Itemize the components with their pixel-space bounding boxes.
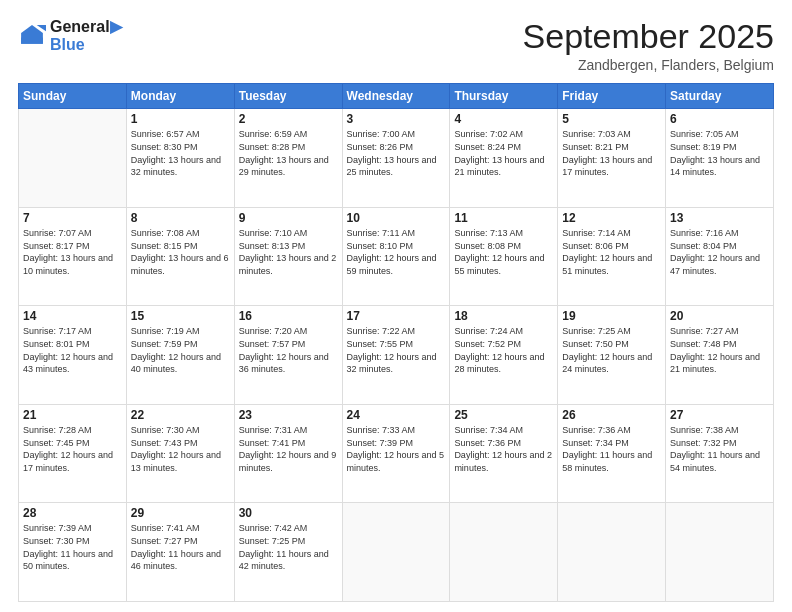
cell-text: Sunrise: 7:05 AMSunset: 8:19 PMDaylight:… xyxy=(670,128,769,178)
table-row: 26Sunrise: 7:36 AMSunset: 7:34 PMDayligh… xyxy=(558,404,666,503)
cell-text: Sunrise: 7:42 AMSunset: 7:25 PMDaylight:… xyxy=(239,522,338,572)
cell-text: Sunrise: 7:41 AMSunset: 7:27 PMDaylight:… xyxy=(131,522,230,572)
cell-text: Sunrise: 7:24 AMSunset: 7:52 PMDaylight:… xyxy=(454,325,553,375)
day-number: 1 xyxy=(131,112,230,126)
calendar-week-row: 7Sunrise: 7:07 AMSunset: 8:17 PMDaylight… xyxy=(19,207,774,306)
table-row xyxy=(666,503,774,602)
calendar-header-row: Sunday Monday Tuesday Wednesday Thursday… xyxy=(19,84,774,109)
day-number: 17 xyxy=(347,309,446,323)
cell-text: Sunrise: 7:22 AMSunset: 7:55 PMDaylight:… xyxy=(347,325,446,375)
table-row: 27Sunrise: 7:38 AMSunset: 7:32 PMDayligh… xyxy=(666,404,774,503)
table-row: 5Sunrise: 7:03 AMSunset: 8:21 PMDaylight… xyxy=(558,109,666,208)
table-row: 4Sunrise: 7:02 AMSunset: 8:24 PMDaylight… xyxy=(450,109,558,208)
day-number: 21 xyxy=(23,408,122,422)
cell-text: Sunrise: 7:16 AMSunset: 8:04 PMDaylight:… xyxy=(670,227,769,277)
table-row: 10Sunrise: 7:11 AMSunset: 8:10 PMDayligh… xyxy=(342,207,450,306)
table-row: 19Sunrise: 7:25 AMSunset: 7:50 PMDayligh… xyxy=(558,306,666,405)
title-block: September 2025 Zandbergen, Flanders, Bel… xyxy=(523,18,774,73)
cell-text: Sunrise: 7:36 AMSunset: 7:34 PMDaylight:… xyxy=(562,424,661,474)
cell-text: Sunrise: 7:38 AMSunset: 7:32 PMDaylight:… xyxy=(670,424,769,474)
day-number: 30 xyxy=(239,506,338,520)
day-number: 12 xyxy=(562,211,661,225)
table-row: 24Sunrise: 7:33 AMSunset: 7:39 PMDayligh… xyxy=(342,404,450,503)
logo-text: General▶ Blue xyxy=(50,18,122,53)
col-wednesday: Wednesday xyxy=(342,84,450,109)
day-number: 14 xyxy=(23,309,122,323)
table-row xyxy=(19,109,127,208)
calendar-week-row: 14Sunrise: 7:17 AMSunset: 8:01 PMDayligh… xyxy=(19,306,774,405)
cell-text: Sunrise: 6:59 AMSunset: 8:28 PMDaylight:… xyxy=(239,128,338,178)
day-number: 13 xyxy=(670,211,769,225)
col-tuesday: Tuesday xyxy=(234,84,342,109)
day-number: 26 xyxy=(562,408,661,422)
col-monday: Monday xyxy=(126,84,234,109)
table-row: 7Sunrise: 7:07 AMSunset: 8:17 PMDaylight… xyxy=(19,207,127,306)
table-row: 22Sunrise: 7:30 AMSunset: 7:43 PMDayligh… xyxy=(126,404,234,503)
table-row: 25Sunrise: 7:34 AMSunset: 7:36 PMDayligh… xyxy=(450,404,558,503)
table-row: 1Sunrise: 6:57 AMSunset: 8:30 PMDaylight… xyxy=(126,109,234,208)
cell-text: Sunrise: 7:30 AMSunset: 7:43 PMDaylight:… xyxy=(131,424,230,474)
table-row xyxy=(450,503,558,602)
day-number: 3 xyxy=(347,112,446,126)
day-number: 22 xyxy=(131,408,230,422)
cell-text: Sunrise: 7:31 AMSunset: 7:41 PMDaylight:… xyxy=(239,424,338,474)
table-row: 17Sunrise: 7:22 AMSunset: 7:55 PMDayligh… xyxy=(342,306,450,405)
logo: General▶ Blue xyxy=(18,18,122,53)
cell-text: Sunrise: 6:57 AMSunset: 8:30 PMDaylight:… xyxy=(131,128,230,178)
cell-text: Sunrise: 7:25 AMSunset: 7:50 PMDaylight:… xyxy=(562,325,661,375)
day-number: 4 xyxy=(454,112,553,126)
day-number: 18 xyxy=(454,309,553,323)
col-saturday: Saturday xyxy=(666,84,774,109)
table-row: 28Sunrise: 7:39 AMSunset: 7:30 PMDayligh… xyxy=(19,503,127,602)
table-row: 21Sunrise: 7:28 AMSunset: 7:45 PMDayligh… xyxy=(19,404,127,503)
cell-text: Sunrise: 7:14 AMSunset: 8:06 PMDaylight:… xyxy=(562,227,661,277)
cell-text: Sunrise: 7:00 AMSunset: 8:26 PMDaylight:… xyxy=(347,128,446,178)
calendar-week-row: 21Sunrise: 7:28 AMSunset: 7:45 PMDayligh… xyxy=(19,404,774,503)
table-row: 20Sunrise: 7:27 AMSunset: 7:48 PMDayligh… xyxy=(666,306,774,405)
day-number: 27 xyxy=(670,408,769,422)
day-number: 5 xyxy=(562,112,661,126)
page: General▶ Blue September 2025 Zandbergen,… xyxy=(0,0,792,612)
table-row: 16Sunrise: 7:20 AMSunset: 7:57 PMDayligh… xyxy=(234,306,342,405)
table-row: 11Sunrise: 7:13 AMSunset: 8:08 PMDayligh… xyxy=(450,207,558,306)
day-number: 20 xyxy=(670,309,769,323)
table-row: 9Sunrise: 7:10 AMSunset: 8:13 PMDaylight… xyxy=(234,207,342,306)
day-number: 8 xyxy=(131,211,230,225)
table-row: 15Sunrise: 7:19 AMSunset: 7:59 PMDayligh… xyxy=(126,306,234,405)
cell-text: Sunrise: 7:07 AMSunset: 8:17 PMDaylight:… xyxy=(23,227,122,277)
calendar-table: Sunday Monday Tuesday Wednesday Thursday… xyxy=(18,83,774,602)
table-row: 12Sunrise: 7:14 AMSunset: 8:06 PMDayligh… xyxy=(558,207,666,306)
table-row: 2Sunrise: 6:59 AMSunset: 8:28 PMDaylight… xyxy=(234,109,342,208)
cell-text: Sunrise: 7:34 AMSunset: 7:36 PMDaylight:… xyxy=(454,424,553,474)
cell-text: Sunrise: 7:03 AMSunset: 8:21 PMDaylight:… xyxy=(562,128,661,178)
day-number: 6 xyxy=(670,112,769,126)
main-title: September 2025 xyxy=(523,18,774,55)
day-number: 28 xyxy=(23,506,122,520)
header: General▶ Blue September 2025 Zandbergen,… xyxy=(18,18,774,73)
day-number: 2 xyxy=(239,112,338,126)
table-row: 13Sunrise: 7:16 AMSunset: 8:04 PMDayligh… xyxy=(666,207,774,306)
table-row: 6Sunrise: 7:05 AMSunset: 8:19 PMDaylight… xyxy=(666,109,774,208)
table-row: 23Sunrise: 7:31 AMSunset: 7:41 PMDayligh… xyxy=(234,404,342,503)
day-number: 29 xyxy=(131,506,230,520)
calendar-week-row: 28Sunrise: 7:39 AMSunset: 7:30 PMDayligh… xyxy=(19,503,774,602)
col-thursday: Thursday xyxy=(450,84,558,109)
cell-text: Sunrise: 7:33 AMSunset: 7:39 PMDaylight:… xyxy=(347,424,446,474)
col-friday: Friday xyxy=(558,84,666,109)
cell-text: Sunrise: 7:10 AMSunset: 8:13 PMDaylight:… xyxy=(239,227,338,277)
cell-text: Sunrise: 7:08 AMSunset: 8:15 PMDaylight:… xyxy=(131,227,230,277)
table-row xyxy=(558,503,666,602)
day-number: 19 xyxy=(562,309,661,323)
cell-text: Sunrise: 7:19 AMSunset: 7:59 PMDaylight:… xyxy=(131,325,230,375)
day-number: 11 xyxy=(454,211,553,225)
cell-text: Sunrise: 7:13 AMSunset: 8:08 PMDaylight:… xyxy=(454,227,553,277)
cell-text: Sunrise: 7:17 AMSunset: 8:01 PMDaylight:… xyxy=(23,325,122,375)
table-row: 14Sunrise: 7:17 AMSunset: 8:01 PMDayligh… xyxy=(19,306,127,405)
table-row: 29Sunrise: 7:41 AMSunset: 7:27 PMDayligh… xyxy=(126,503,234,602)
day-number: 15 xyxy=(131,309,230,323)
svg-rect-2 xyxy=(21,37,43,43)
cell-text: Sunrise: 7:39 AMSunset: 7:30 PMDaylight:… xyxy=(23,522,122,572)
cell-text: Sunrise: 7:20 AMSunset: 7:57 PMDaylight:… xyxy=(239,325,338,375)
cell-text: Sunrise: 7:28 AMSunset: 7:45 PMDaylight:… xyxy=(23,424,122,474)
day-number: 25 xyxy=(454,408,553,422)
